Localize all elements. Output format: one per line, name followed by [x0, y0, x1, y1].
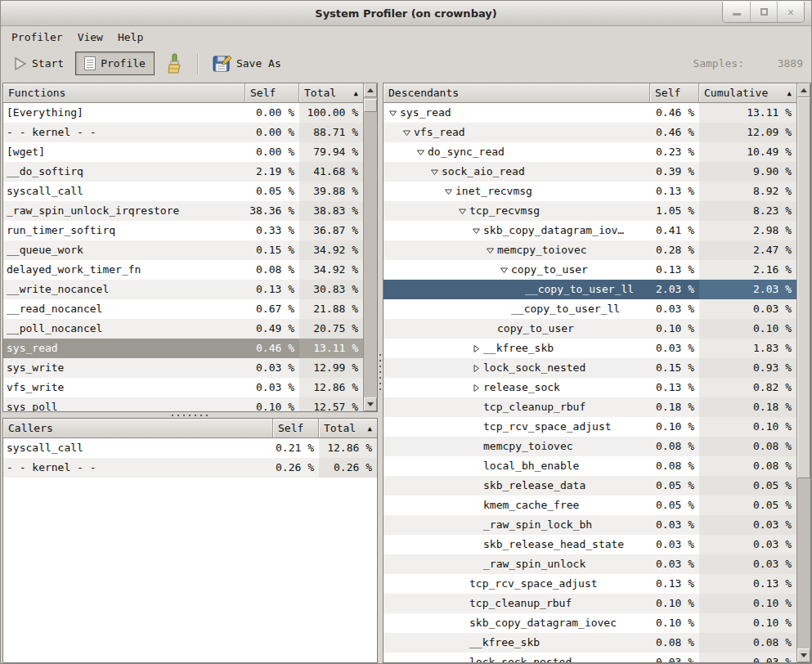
- table-row[interactable]: __read_nocancel0.67 %21.88 %: [3, 299, 363, 319]
- tree-expander-open-icon[interactable]: [430, 163, 442, 182]
- table-row[interactable]: copy_to_user0.10 %0.10 %: [384, 319, 796, 339]
- scrollbar-thumb[interactable]: [364, 99, 377, 112]
- table-row-selected[interactable]: sys_read0.46 %13.11 %: [3, 339, 363, 358]
- self-percent-cell: 0.26 %: [273, 458, 319, 478]
- tree-expander-open-icon[interactable]: [444, 182, 455, 202]
- table-row[interactable]: tcp_cleanup_rbuf0.18 %0.18 %: [384, 397, 796, 417]
- table-row[interactable]: __copy_to_user_ll0.03 %0.03 %: [384, 299, 796, 319]
- scroll-up-button[interactable]: [364, 83, 377, 97]
- maximize-button[interactable]: [750, 2, 777, 22]
- start-button[interactable]: Start: [7, 53, 70, 74]
- tree-expander-open-icon[interactable]: [500, 261, 511, 280]
- functions-scrollbar[interactable]: [363, 83, 377, 411]
- titlebar[interactable]: System Profiler (on crownbay) ✕: [1, 1, 811, 26]
- profile-toggle-button[interactable]: Profile: [75, 52, 155, 75]
- table-row[interactable]: __do_softirq2.19 %41.68 %: [3, 162, 363, 182]
- table-row[interactable]: release_sock0.13 %0.82 %: [384, 378, 796, 397]
- table-row[interactable]: - - kernel - -0.00 %88.71 %: [3, 123, 363, 142]
- cumulative-percent-cell: 2.98 %: [699, 221, 796, 240]
- table-row[interactable]: sock_aio_read0.39 %9.90 %: [384, 162, 796, 182]
- tree-expander-open-icon[interactable]: [402, 123, 414, 143]
- scrollbar-thumb[interactable]: [797, 97, 810, 478]
- table-row-selected[interactable]: __copy_to_user_ll2.03 %2.03 %: [384, 280, 796, 299]
- table-row[interactable]: sys_read0.46 %13.11 %: [384, 103, 796, 123]
- self-percent-cell: 0.15 %: [650, 358, 699, 378]
- table-row[interactable]: memcpy_toiovec0.28 %2.47 %: [384, 240, 796, 260]
- table-row[interactable]: skb_copy_datagram_iov…0.41 %2.98 %: [384, 221, 796, 240]
- table-row[interactable]: lock_sock_nested0.15 %0.93 %: [384, 358, 796, 378]
- table-row[interactable]: tcp_rcv_space_adjust0.10 %0.10 %: [384, 417, 796, 437]
- table-row[interactable]: __kfree_skb0.03 %1.83 %: [384, 339, 796, 358]
- scrollbar-trough[interactable]: [364, 97, 377, 397]
- table-row[interactable]: do_sync_read0.23 %10.49 %: [384, 142, 796, 162]
- table-row[interactable]: skb_release_head_state0.03 %0.03 %: [384, 535, 796, 554]
- menu-help[interactable]: Help: [110, 29, 150, 46]
- table-row[interactable]: tcp_cleanup_rbuf0.10 %0.10 %: [384, 594, 796, 613]
- table-row[interactable]: __kfree_skb0.08 %0.08 %: [384, 633, 796, 653]
- table-row[interactable]: _raw_spin_lock_bh0.03 %0.03 %: [384, 515, 796, 535]
- descendants-cumulative-column-header[interactable]: Cumulative▲: [699, 83, 796, 103]
- table-row[interactable]: vfs_read0.46 %12.09 %: [384, 123, 796, 142]
- tree-expander-open-icon[interactable]: [388, 104, 400, 123]
- scrollbar-trough[interactable]: [797, 97, 810, 648]
- table-row[interactable]: __queue_work0.15 %34.92 %: [3, 240, 363, 260]
- table-row[interactable]: run_timer_softirq0.33 %36.87 %: [3, 221, 363, 240]
- table-row[interactable]: [Everything]0.00 %100.00 %: [3, 103, 363, 123]
- table-row[interactable]: skb_copy_datagram_iovec0.10 %0.10 %: [384, 613, 796, 633]
- table-row[interactable]: - - kernel - -0.26 %0.26 %: [3, 458, 377, 478]
- table-row[interactable]: vfs_write0.03 %12.86 %: [3, 378, 363, 397]
- table-row[interactable]: syscall_call0.21 %12.86 %: [3, 438, 377, 458]
- functions-self-column-header[interactable]: Self: [245, 83, 299, 103]
- table-row[interactable]: sys_poll0.10 %12.57 %: [3, 397, 363, 411]
- self-percent-cell: 0.10 %: [650, 613, 699, 633]
- tree-expander-open-icon[interactable]: [472, 222, 483, 241]
- self-percent-cell: 0.49 %: [245, 319, 299, 339]
- self-percent-cell: 0.23 %: [650, 142, 699, 162]
- table-row[interactable]: memcpy_toiovec0.08 %0.08 %: [384, 437, 796, 456]
- tree-expander-open-icon[interactable]: [458, 202, 469, 222]
- callers-total-column-header[interactable]: Total▲: [319, 419, 377, 438]
- close-button[interactable]: ✕: [777, 2, 804, 22]
- menu-profiler[interactable]: Profiler: [4, 29, 70, 46]
- table-row[interactable]: _raw_spin_unlock0.03 %0.03 %: [384, 554, 796, 574]
- save-as-button[interactable]: Save As: [206, 51, 288, 76]
- menu-view[interactable]: View: [70, 29, 110, 46]
- table-row[interactable]: syscall_call0.05 %39.88 %: [3, 182, 363, 201]
- table-row[interactable]: skb_release_data0.05 %0.05 %: [384, 476, 796, 496]
- callers-column-header[interactable]: Callers: [3, 419, 273, 438]
- tree-expander-open-icon[interactable]: [416, 143, 428, 163]
- reset-button[interactable]: [159, 50, 189, 78]
- table-row[interactable]: lock_sock_nested0.03 %0.03 %: [384, 653, 796, 662]
- table-row[interactable]: tcp_recvmsg1.05 %8.23 %: [384, 201, 796, 221]
- table-row[interactable]: tcp_rcv_space_adjust0.13 %0.13 %: [384, 574, 796, 594]
- horizontal-splitter[interactable]: [2, 412, 378, 418]
- table-row[interactable]: inet_recvmsg0.13 %8.92 %: [384, 182, 796, 201]
- table-row[interactable]: __poll_nocancel0.49 %20.75 %: [3, 319, 363, 339]
- tree-expander-closed-icon[interactable]: [472, 339, 483, 359]
- table-row[interactable]: local_bh_enable0.08 %0.08 %: [384, 456, 796, 476]
- cumulative-percent-cell: 2.47 %: [699, 240, 796, 260]
- table-row[interactable]: kmem_cache_free0.05 %0.05 %: [384, 496, 796, 515]
- table-row[interactable]: delayed_work_timer_fn0.08 %34.92 %: [3, 260, 363, 280]
- table-row[interactable]: [wget]0.00 %79.94 %: [3, 142, 363, 162]
- table-row[interactable]: copy_to_user0.13 %2.16 %: [384, 260, 796, 280]
- callers-self-column-header[interactable]: Self: [273, 419, 319, 438]
- descendants-column-header[interactable]: Descendants: [384, 83, 650, 103]
- minimize-button[interactable]: [723, 2, 750, 22]
- table-row[interactable]: __write_nocancel0.13 %30.83 %: [3, 280, 363, 299]
- function-name-cell: skb_copy_datagram_iov…: [384, 221, 650, 240]
- tree-expander-closed-icon[interactable]: [472, 359, 483, 379]
- descendants-scrollbar[interactable]: [796, 83, 810, 662]
- function-name-label: __kfree_skb: [469, 636, 540, 648]
- descendants-self-column-header[interactable]: Self: [650, 83, 699, 103]
- table-row[interactable]: sys_write0.03 %12.99 %: [3, 358, 363, 378]
- function-name-cell: tcp_recvmsg: [384, 201, 650, 221]
- scroll-up-button[interactable]: [797, 83, 810, 97]
- functions-total-column-header[interactable]: Total▲: [299, 83, 363, 103]
- scroll-down-button[interactable]: [364, 397, 377, 411]
- functions-column-header[interactable]: Functions: [3, 83, 245, 103]
- table-row[interactable]: _raw_spin_unlock_irqrestore38.36 %38.83 …: [3, 201, 363, 221]
- scroll-down-button[interactable]: [797, 648, 810, 662]
- tree-expander-open-icon[interactable]: [486, 241, 497, 261]
- tree-expander-closed-icon[interactable]: [472, 379, 483, 398]
